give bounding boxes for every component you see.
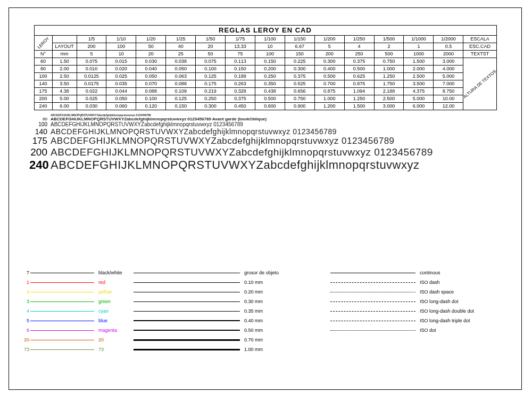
color-item: 5blue [22, 317, 128, 324]
scale-4: 1/50 [196, 36, 226, 43]
linetype-item: ISO dot [330, 326, 511, 334]
font-sample-row: 240ABCDEFGHIJKLMNOPQRSTUVWXYZabcdefghijk… [29, 158, 529, 172]
color-line [30, 311, 94, 312]
weight-line [134, 339, 240, 341]
scale-1: 1/10 [106, 36, 136, 43]
weight-line [134, 330, 240, 331]
lineweight-item: 0.30 mm [134, 298, 325, 305]
leroy-table: REGLAS LEROY EN CAD LEROY 1/5 1/10 1/20 … [34, 25, 497, 110]
table-row: 1002.500.01250.0250.0500.0630.1250.1880.… [34, 73, 496, 80]
color-line [30, 330, 94, 331]
linetype-line [330, 330, 415, 331]
scale-11: 1/1000 [404, 36, 434, 43]
color-item: 7373 [22, 346, 128, 353]
scale-2: 1/20 [136, 36, 166, 43]
table-row: 802.000.0100.0200.0400.0500.1000.1500.20… [34, 66, 496, 73]
weight-line [134, 349, 240, 350]
font-sample-text: ABCDEFGHIJKLMNOPQRSTUVWXYZabcdefghijklmn… [51, 158, 420, 172]
linetype-item: ISO long-dash dot [330, 298, 511, 305]
font-sample-label: 80 [29, 117, 47, 121]
scale-10: 1/500 [374, 36, 404, 43]
weight-line [134, 320, 240, 321]
scale-5: 1/75 [226, 36, 255, 43]
color-line [30, 321, 94, 321]
scale-0: 1/5 [77, 36, 106, 43]
linetype-item: ISO long-dash triple dot [330, 317, 511, 324]
font-sample-row: 175ABCDEFGHIJKLMNOPQRSTUVWXYZabcdefghijk… [29, 136, 529, 146]
linetype-line [330, 321, 415, 321]
lineweight-item: 0.50 mm [134, 326, 325, 334]
font-sample-row: 80ABCDEFGHIJKLMNOPQRSTUVWXYZabcdefghijkl… [29, 117, 529, 121]
font-sample-text: ABCDEFGHIJKLMNOPQRSTUVWXYZabcdefghijklmn… [51, 121, 243, 127]
cell-mm: mm [52, 51, 77, 58]
color-line [30, 282, 94, 283]
table-row: 601.500.0750.0150.0300.0380.0750.1130.15… [34, 58, 496, 66]
font-sample-row: 100ABCDEFGHIJKLMNOPQRSTUVWXYZabcdefghijk… [29, 121, 529, 127]
font-sample-label: 100 [29, 121, 47, 127]
lineweight-item: 0.35 mm [134, 307, 325, 315]
color-item: 6magenta [22, 326, 128, 334]
lineweight-column: grosor de objeto0.10 mm0.20 mm0.30 mm0.3… [134, 269, 325, 353]
linetype-item: ISO dash space [330, 288, 511, 296]
linetype-item: ISO long-dash double dot [330, 307, 511, 315]
lineweight-item: 0.70 mm [134, 336, 325, 344]
color-item: 2020 [22, 336, 128, 344]
linetype-line [330, 311, 415, 312]
linetype-line [330, 273, 415, 273]
linetype-column: continousISO dashISO dash spaceISO long-… [330, 269, 511, 353]
legend-block: 7black/white1red2yellow3green4cyan5blue6… [22, 269, 522, 353]
font-sample-row: 200ABCDEFGHIJKLMNOPQRSTUVWXYZabcdefghijk… [29, 146, 529, 158]
color-line [30, 301, 94, 302]
color-line [30, 292, 94, 292]
font-sample-text: ABCDEFGHIJKLMNOPQRSTUVWXYZabcdefghijklmn… [51, 146, 433, 158]
color-item: 2yellow [22, 288, 128, 296]
font-sample-text: ABCDEFGHIJKLMNOPQRSTUVWXYZabcdefghijklmn… [51, 117, 267, 121]
cell-leroy: LEROY [34, 36, 52, 51]
linetype-line [330, 301, 415, 302]
table-title: REGLAS LEROY EN CAD [34, 26, 496, 36]
label-esccad: ESC.CAD [463, 43, 496, 51]
font-sample-label: 140 [29, 127, 47, 136]
weight-line [134, 292, 240, 292]
font-sample-row: 140ABCDEFGHIJKLMNOPQRSTUVWXYZabcdefghijk… [29, 127, 529, 136]
font-sample-text: ABCDEFGHIJKLMNOPQRSTUVWXYZabcdefghijklmn… [51, 127, 337, 136]
lineweight-item: 0.20 mm [134, 288, 325, 296]
table-row: 2005.000.0250.0500.1000.1250.2500.3750.5… [34, 95, 496, 103]
lineweight-header: grosor de objeto [134, 269, 325, 276]
label-altura: ALTURA DE TEXTOS [463, 58, 496, 110]
font-sample-label: 175 [29, 136, 47, 146]
scale-8: 1/200 [314, 36, 344, 43]
cell-empty [52, 36, 77, 43]
scale-7: 1/150 [285, 36, 314, 43]
color-line [30, 340, 94, 340]
page-frame: REGLAS LEROY EN CAD LEROY 1/5 1/10 1/20 … [9, 7, 522, 390]
color-line [30, 273, 94, 273]
font-samples: ABCDEFGHIJKLMNOPQRSTUVWXYZabcdefghijklmn… [29, 113, 529, 172]
linetype-item: continous [330, 269, 511, 276]
table-row: 1754.380.0220.0440.0880.1090.2190.3280.4… [34, 88, 496, 95]
color-item: 7black/white [22, 269, 128, 276]
font-sample-label: 240 [29, 158, 47, 172]
weight-line [134, 311, 240, 312]
weight-line [134, 301, 240, 302]
scale-6: 1/100 [255, 36, 285, 43]
weight-line [134, 282, 240, 283]
color-item: 3green [22, 298, 128, 305]
color-item: 4cyan [22, 307, 128, 315]
lineweight-item: 1.00 mm [134, 346, 325, 353]
table-row: 2406.000.0300.0600.1200.1500.3000.4500.6… [34, 103, 496, 110]
label-escala: ESCALA [463, 36, 496, 43]
cell-n: N° [34, 51, 52, 58]
label-layout: LAYOUT [52, 43, 77, 51]
scale-9: 1/250 [344, 36, 374, 43]
font-sample-text: ABCDEFGHIJKLMNOPQRSTUVWXYZabcdefghijklmn… [51, 136, 395, 146]
linetype-item: ISO dash [330, 279, 511, 286]
font-sample-label: 200 [29, 146, 47, 158]
lineweight-item: 0.40 mm [134, 317, 325, 324]
scale-12: 1/2000 [434, 36, 463, 43]
color-column: 7black/white1red2yellow3green4cyan5blue6… [22, 269, 128, 353]
lineweight-item: 0.10 mm [134, 279, 325, 286]
color-line [30, 349, 94, 350]
linetype-line [330, 282, 415, 283]
scale-3: 1/25 [166, 36, 196, 43]
